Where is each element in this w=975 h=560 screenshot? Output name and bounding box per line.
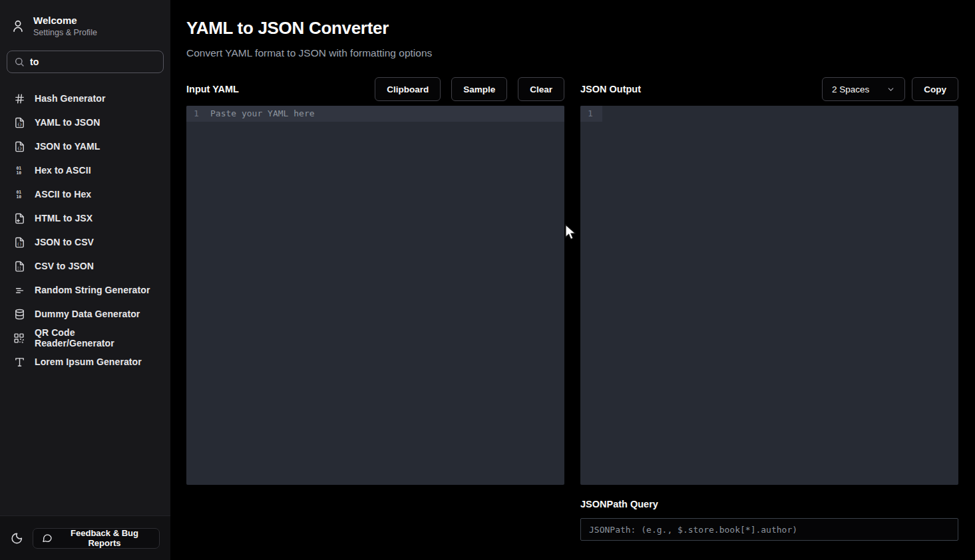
file-json-icon: () (13, 237, 25, 248)
qr-code-icon (13, 333, 25, 344)
file-json-icon: {} (13, 117, 25, 128)
sidebar-item-qr-code-reader-generator[interactable]: QR Code Reader/Generator (5, 326, 165, 350)
sidebar-item-dummy-data-generator[interactable]: Dummy Data Generator (5, 302, 165, 326)
sidebar-item-random-string-generator[interactable]: Random String Generator (5, 278, 165, 302)
sidebar-item-hash-generator[interactable]: Hash Generator (5, 86, 165, 110)
search-icon (14, 57, 25, 67)
json-output-panel: JSON Output 2 Spaces Copy 1 (580, 77, 958, 541)
moon-icon (11, 532, 23, 545)
yaml-input-editor[interactable]: 1 Paste your YAML here (186, 106, 564, 485)
line-number: 1 (186, 106, 208, 122)
profile-subtitle: Settings & Profile (33, 28, 97, 37)
yaml-editor-placeholder: Paste your YAML here (208, 106, 315, 122)
search-input[interactable] (30, 57, 156, 67)
profile-header[interactable]: Welcome Settings & Profile (0, 0, 170, 47)
profile-title: Welcome (33, 15, 97, 26)
jsonpath-query-input[interactable] (580, 518, 958, 541)
sample-button[interactable]: Sample (451, 77, 507, 101)
svg-text:{}: {} (17, 122, 21, 126)
sidebar-item-html-to-jsx[interactable]: HTML to JSX (5, 206, 165, 230)
binary-icon: 01 10 (13, 165, 25, 176)
page-subtitle: Convert YAML format to JSON with formatt… (186, 47, 958, 59)
indent-select[interactable]: 2 Spaces (822, 77, 905, 101)
theme-toggle-button[interactable] (11, 532, 23, 545)
jsonpath-query-label: JSONPath Query (580, 499, 958, 509)
json-output-editor[interactable]: 1 (580, 106, 958, 485)
sidebar-item-hex-to-ascii[interactable]: 01 10 Hex to ASCII (5, 158, 165, 182)
main-content: YAML to JSON Converter Convert YAML form… (170, 0, 975, 560)
tool-nav: Hash Generator {} YAML to JSON {} JSON t… (0, 80, 170, 515)
sidebar-item-json-to-yaml[interactable]: {} JSON to YAML (5, 134, 165, 158)
feedback-button[interactable]: Feedback & Bug Reports (33, 528, 160, 549)
sidebar-footer: Feedback & Bug Reports (0, 515, 170, 560)
editor-line: 1 Paste your YAML here (186, 106, 564, 122)
binary-icon: 01 10 (13, 189, 25, 200)
sidebar-item-ascii-to-hex[interactable]: 01 10 ASCII to Hex (5, 182, 165, 206)
hash-icon (13, 93, 25, 104)
clear-button[interactable]: Clear (518, 77, 564, 101)
sidebar-item-yaml-to-json[interactable]: {} YAML to JSON (5, 110, 165, 134)
line-number: 1 (580, 106, 602, 122)
user-icon (11, 19, 25, 33)
chevron-down-icon (886, 85, 895, 94)
svg-text:10: 10 (16, 170, 21, 176)
indent-select-value: 2 Spaces (832, 84, 869, 94)
database-icon (13, 309, 25, 320)
input-yaml-label: Input YAML (186, 84, 239, 94)
sidebar-item-json-to-csv[interactable]: () JSON to CSV (5, 230, 165, 254)
svg-text:10: 10 (16, 194, 21, 200)
page-title: YAML to JSON Converter (186, 18, 958, 39)
json-output-label: JSON Output (580, 84, 641, 94)
sidebar-item-lorem-ipsum-generator[interactable]: Lorem Ipsum Generator (5, 350, 165, 374)
feedback-button-label: Feedback & Bug Reports (59, 528, 150, 548)
svg-text:{}: {} (17, 146, 21, 150)
sidebar-item-csv-to-json[interactable]: CSV to JSON (5, 254, 165, 278)
svg-text:(): () (17, 241, 21, 246)
message-circle-icon (42, 533, 53, 543)
copy-button[interactable]: Copy (912, 77, 958, 101)
editor-line: 1 (580, 106, 958, 122)
file-json-icon: {} (13, 141, 25, 152)
type-icon (13, 356, 25, 368)
file-plus-icon (13, 213, 25, 224)
file-spreadsheet-icon (13, 261, 25, 272)
input-yaml-panel: Input YAML Clipboard Sample Clear 1 Past… (186, 77, 564, 541)
search-box (7, 51, 164, 73)
text-lines-icon (13, 285, 25, 296)
sidebar: Welcome Settings & Profile Hash Generato… (0, 0, 170, 560)
clipboard-button[interactable]: Clipboard (375, 77, 441, 101)
